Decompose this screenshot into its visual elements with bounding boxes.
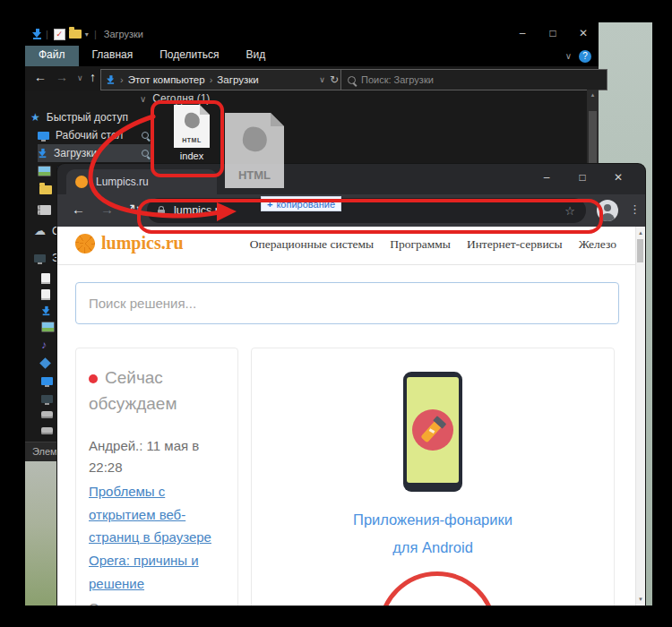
back-button[interactable]: ←	[34, 70, 47, 84]
nav-programs[interactable]: Программы	[390, 237, 451, 252]
discussion-meta: Андрей.: 11 мая в 22:28	[89, 435, 225, 478]
explorer-window-title: Загрузки	[104, 29, 143, 39]
browser-tab-title: Lumpics.ru	[96, 176, 149, 188]
properties-quick-icon[interactable]: ✓	[54, 29, 65, 40]
separator: |	[46, 29, 48, 39]
flashlight-badge	[412, 409, 453, 451]
explorer-titlebar: | ✓ ▾ | Загрузки – □ ✕	[25, 22, 599, 46]
screenshot-stage: | ✓ ▾ | Загрузки – □ ✕ Файл Главная Поде…	[0, 0, 672, 627]
browser-menu-icon[interactable]: ⋮	[629, 202, 641, 216]
explorer-ribbon-tabs: Файл Главная Поделиться Вид ∨ ?	[25, 46, 599, 66]
minimize-button[interactable]: –	[507, 22, 538, 46]
breadcrumb-downloads[interactable]: Загрузки	[217, 74, 258, 85]
page-scrollbar[interactable]: ▲ ▼	[635, 227, 645, 606]
site-search-input[interactable]	[75, 282, 619, 324]
ghost-file-type-badge: HTML	[225, 168, 284, 182]
maximize-button[interactable]: □	[538, 22, 568, 46]
scrollbar-thumb[interactable]	[637, 239, 643, 262]
desktop-icon	[41, 377, 53, 385]
ghost-browser-logo	[240, 125, 269, 153]
sidebar-label: Быстрый доступ	[47, 111, 128, 124]
breadcrumb-separator: ›	[210, 74, 213, 85]
annotation-file-highlight	[151, 100, 224, 177]
quick-access-toolbar-caret[interactable]: ▾	[85, 30, 89, 39]
explorer-search-placeholder: Поиск: Загрузки	[361, 74, 434, 85]
lumpics-logo-icon	[75, 234, 95, 253]
pictures-icon	[38, 166, 51, 176]
site-logo-text: lumpics.ru	[101, 233, 184, 253]
browser-forward-button[interactable]: →	[100, 202, 114, 217]
downloads-icon	[42, 306, 50, 315]
downloads-icon	[39, 149, 47, 158]
live-dot-icon	[89, 374, 98, 383]
recent-locations-icon[interactable]: ∨	[77, 73, 83, 82]
ribbon-tab-file[interactable]: Файл	[25, 46, 79, 66]
nav-hardware[interactable]: Железо	[579, 237, 616, 252]
desktop-icon	[38, 132, 49, 140]
close-button[interactable]: ✕	[568, 22, 599, 46]
discussion-title: Сейчас обсуждаем	[89, 365, 225, 417]
new-folder-quick-icon[interactable]	[69, 30, 82, 39]
featured-article-link[interactable]: Приложения-фонарикидля Android	[252, 506, 614, 561]
documents-icon	[41, 289, 50, 300]
downloads-crumb-icon	[107, 75, 115, 84]
this-pc-icon	[34, 254, 46, 262]
search-icon	[348, 76, 356, 84]
scroll-up-icon[interactable]: ▴	[587, 91, 599, 99]
discussion-card: Сейчас обсуждаем Андрей.: 11 мая в 22:28…	[75, 348, 238, 606]
forward-button[interactable]: →	[56, 70, 68, 84]
annotation-addressbar-highlight	[137, 199, 603, 234]
flashlight-icon	[420, 417, 445, 443]
scroll-up-icon[interactable]: ▲	[636, 230, 645, 236]
zip-archive-icon	[38, 205, 51, 215]
collapse-chevron-icon[interactable]: ∨	[140, 94, 146, 104]
browser-back-button[interactable]: ←	[72, 202, 85, 217]
browser-maximize-button[interactable]: □	[564, 164, 600, 193]
videos-icon	[41, 395, 53, 403]
sidebar-item-downloads[interactable]: Загрузки	[38, 144, 154, 162]
pictures-icon	[41, 322, 55, 332]
pin-icon	[142, 132, 149, 139]
nav-operating-systems[interactable]: Операционные системы	[250, 237, 375, 252]
music-icon: ♪	[41, 339, 47, 351]
breadcrumb-separator: ›	[120, 74, 124, 85]
3d-objects-icon	[39, 357, 51, 369]
ribbon-expand-icon[interactable]: ∨	[565, 51, 572, 61]
address-dropdown-icon[interactable]: ∨	[319, 75, 325, 84]
prohibition-sign-partial	[378, 571, 496, 606]
ribbon-tab-view[interactable]: Вид	[232, 46, 279, 66]
site-logo[interactable]: lumpics.ru	[75, 233, 184, 253]
sidebar-item-quick-access[interactable]: ★ Быстрый доступ	[30, 108, 147, 126]
separator: |	[94, 29, 97, 39]
explorer-search-box[interactable]: Поиск: Загрузки	[340, 69, 607, 90]
onedrive-cloud-icon: ☁	[34, 227, 46, 236]
quick-access-star-icon: ★	[30, 111, 40, 124]
address-bar[interactable]: › Этот компьютер › Загрузки ∨ ↻	[100, 69, 344, 90]
discussion-link[interactable]: Проблемы с открытием веб-страниц в брауз…	[89, 480, 225, 596]
sidebar-label: Загрузки	[54, 147, 97, 159]
ribbon-tab-share[interactable]: Поделиться	[146, 46, 232, 66]
disk-icon	[41, 427, 53, 434]
sidebar-item-desktop[interactable]: Рабочий стол	[38, 126, 154, 144]
nav-internet-services[interactable]: Интернет-сервисы	[467, 237, 563, 252]
scroll-down-icon[interactable]: ▼	[636, 597, 645, 602]
sidebar-label: Рабочий стол	[56, 129, 123, 142]
browser-minimize-button[interactable]: –	[529, 164, 564, 193]
downloads-folder-icon	[32, 29, 42, 39]
drag-ghost-html-file: HTML	[217, 113, 292, 204]
featured-article-card: Приложения-фонарикидля Android	[251, 348, 615, 606]
web-page: lumpics.ru Операционные системы Программ…	[57, 227, 645, 606]
videos-icon	[41, 273, 50, 284]
desktop-wallpaper-bottom-left	[25, 459, 61, 606]
up-button[interactable]: ↑	[90, 70, 96, 84]
disk-icon	[41, 411, 53, 418]
browser-close-button[interactable]: ✕	[600, 164, 636, 193]
explorer-navbar: ← → ∨ ↑ › Этот компьютер › Загрузки ∨ ↻ …	[25, 66, 599, 91]
ghost-file-icon: HTML	[225, 113, 284, 188]
phone-illustration	[403, 372, 462, 492]
refresh-icon[interactable]: ↻	[330, 73, 339, 86]
breadcrumb-this-pc[interactable]: Этот компьютер	[128, 74, 205, 85]
ribbon-tab-home[interactable]: Главная	[79, 46, 147, 66]
help-icon[interactable]: ?	[579, 50, 591, 63]
phone-screen	[407, 377, 459, 483]
